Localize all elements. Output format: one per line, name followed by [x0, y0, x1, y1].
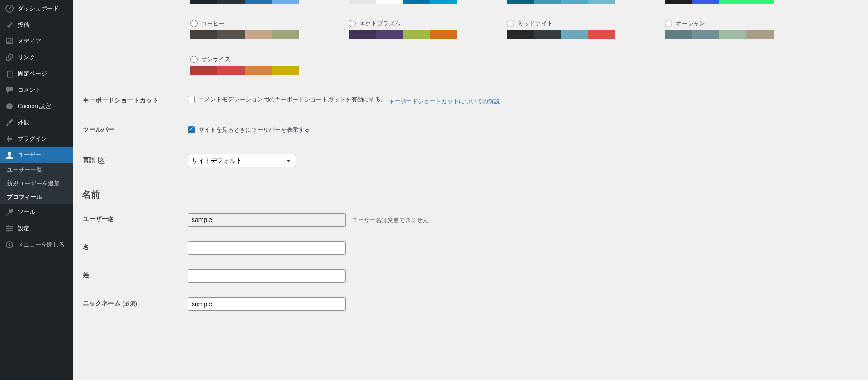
plugin-icon: [5, 134, 14, 143]
sidebar-item-dashboard[interactable]: ダッシュボード: [0, 0, 73, 17]
sidebar-sub-users-list[interactable]: ユーザー一覧: [0, 163, 73, 177]
sidebar-item-posts[interactable]: 投稿: [0, 17, 73, 33]
color-schemes-top: [82, 0, 859, 4]
username-description: ユーザー名は変更できません。: [352, 217, 434, 223]
scheme-label: コーヒー: [201, 19, 225, 28]
sidebar-label: リンク: [18, 53, 35, 62]
pin-icon: [5, 20, 14, 29]
sidebar-item-comments[interactable]: コメント: [0, 82, 73, 98]
color-scheme-palette-modern[interactable]: [665, 0, 774, 4]
toolbar-checkbox-label[interactable]: サイトを見るときにツールバーを表示する: [188, 126, 310, 134]
palette-ectoplasm: [349, 30, 457, 39]
sidebar-label: 投稿: [18, 21, 29, 29]
sidebar-item-tools[interactable]: ツール: [0, 204, 73, 220]
keyboard-shortcuts-text: コメントモデレーション用のキーボードショートカットを有効にする。: [198, 95, 387, 104]
nickname-input[interactable]: [188, 297, 346, 311]
sidebar-item-settings[interactable]: 設定: [0, 220, 73, 237]
scheme-label: ミッドナイト: [518, 19, 553, 28]
sidebar-item-media[interactable]: メディア: [0, 33, 73, 49]
color-scheme-midnight[interactable]: ミッドナイト: [507, 19, 615, 28]
toolbar-label: ツールバー: [83, 114, 182, 146]
svg-point-5: [6, 103, 13, 109]
required-text: (必須): [123, 300, 137, 307]
translate-icon: 文: [98, 157, 105, 164]
svg-point-10: [6, 242, 13, 248]
svg-point-6: [8, 152, 11, 156]
toolbar-checkbox[interactable]: [188, 126, 195, 133]
sidebar-label: メディア: [18, 37, 41, 45]
color-scheme-palette-default[interactable]: [190, 0, 299, 4]
cocoon-icon: [5, 102, 14, 111]
dashboard-icon: [5, 4, 14, 13]
name-form: ユーザー名 ユーザー名は変更できません。 名 姓 ニックネーム (必須): [82, 205, 859, 318]
username-label: ユーザー名: [83, 206, 182, 233]
color-schemes: コーヒー エクトプラズム ミッドナイト オーシャン: [82, 15, 859, 51]
sidebar-sub-profile[interactable]: プロフィール: [0, 190, 73, 204]
admin-sidebar: ダッシュボード 投稿 メディア リンク 固定ページ コメント Cocoon 設定: [0, 0, 73, 380]
keyboard-shortcuts-link[interactable]: キーボードショートカットについての解説: [388, 98, 500, 104]
sidebar-label: 固定ページ: [18, 70, 47, 78]
sidebar-item-collapse[interactable]: メニューを閉じる: [0, 237, 73, 253]
firstname-input[interactable]: [188, 241, 346, 255]
language-select[interactable]: サイトデフォルト: [188, 154, 296, 167]
link-icon: [5, 53, 14, 62]
firstname-label: 名: [83, 234, 182, 261]
color-scheme-ectoplasm[interactable]: エクトプラズム: [349, 19, 457, 28]
sliders-icon: [5, 224, 14, 233]
sidebar-item-plugins[interactable]: プラグイン: [0, 131, 73, 147]
nickname-label: ニックネーム (必須): [83, 290, 182, 318]
sidebar-item-users[interactable]: ユーザー: [0, 147, 73, 163]
lastname-label: 姓: [83, 262, 182, 290]
language-label: 言語 文: [83, 147, 182, 174]
palette-midnight: [507, 30, 615, 39]
user-icon: [5, 151, 14, 160]
svg-rect-4: [8, 71, 12, 78]
name-section-heading: 名前: [82, 175, 859, 205]
scheme-label: オーシャン: [676, 19, 705, 28]
wrench-icon: [5, 208, 14, 217]
profile-form: キーボードショートカット コメントモデレーション用のキーボードショートカットを有…: [82, 86, 859, 175]
color-scheme-sunrise[interactable]: サンライズ: [190, 55, 299, 63]
color-scheme-ocean[interactable]: オーシャン: [665, 19, 774, 28]
sidebar-item-pages[interactable]: 固定ページ: [0, 66, 73, 82]
sidebar-label: コメント: [18, 86, 41, 94]
sidebar-label: メニューを閉じる: [18, 241, 65, 249]
svg-point-8: [10, 228, 12, 229]
svg-point-7: [7, 225, 9, 227]
media-icon: [5, 37, 14, 46]
sidebar-label: ツール: [18, 208, 35, 216]
brush-icon: [5, 118, 14, 127]
palette-ocean: [665, 30, 774, 39]
keyboard-shortcuts-checkbox-label[interactable]: コメントモデレーション用のキーボードショートカットを有効にする。: [188, 95, 387, 104]
scheme-label: サンライズ: [201, 55, 231, 63]
comment-icon: [5, 86, 14, 95]
scheme-label: エクトプラズム: [359, 19, 401, 28]
toolbar-text: サイトを見るときにツールバーを表示する: [198, 126, 310, 134]
lastname-input[interactable]: [188, 269, 346, 283]
palette-sunrise: [190, 66, 299, 75]
page-icon: [5, 69, 14, 78]
collapse-icon: [5, 240, 14, 249]
sidebar-item-links[interactable]: リンク: [0, 49, 73, 66]
svg-point-2: [10, 40, 12, 41]
sidebar-label: Cocoon 設定: [18, 102, 51, 110]
keyboard-shortcuts-checkbox[interactable]: [188, 96, 195, 103]
color-scheme-palette-blue[interactable]: [507, 0, 615, 4]
keyboard-shortcuts-label: キーボードショートカット: [83, 87, 182, 114]
color-scheme-palette-light[interactable]: [349, 0, 457, 4]
sidebar-item-cocoon[interactable]: Cocoon 設定: [0, 98, 73, 114]
username-input: [188, 213, 346, 227]
svg-point-9: [8, 230, 10, 232]
color-schemes-row2: サンライズ: [82, 51, 859, 86]
sidebar-label: 外観: [18, 119, 29, 127]
sidebar-label: ダッシュボード: [18, 5, 59, 13]
sidebar-item-appearance[interactable]: 外観: [0, 114, 73, 131]
palette-coffee: [190, 30, 299, 39]
sidebar-sub-users-add[interactable]: 新規ユーザーを追加: [0, 177, 73, 190]
color-scheme-coffee[interactable]: コーヒー: [190, 19, 299, 28]
sidebar-label: プラグイン: [18, 135, 47, 143]
sidebar-label: ユーザー: [18, 151, 41, 159]
sidebar-label: 設定: [18, 224, 29, 233]
main-content: コーヒー エクトプラズム ミッドナイト オーシャン サンライズ: [73, 0, 868, 380]
